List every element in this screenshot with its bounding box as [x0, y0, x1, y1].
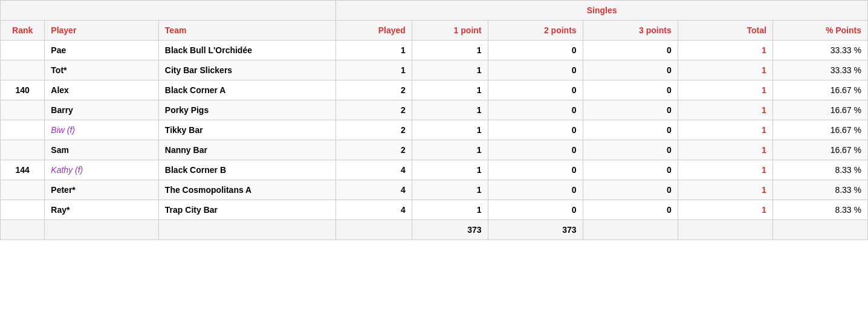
played-header: Played	[336, 21, 412, 41]
one-point-cell: 1	[412, 180, 488, 200]
played-cell: 2	[336, 120, 412, 140]
footer-player	[45, 220, 159, 240]
played-cell: 1	[336, 60, 412, 80]
footer-team	[158, 220, 335, 240]
two-points-cell: 0	[488, 140, 583, 160]
player-cell: Peter*	[45, 180, 159, 200]
three-points-cell: 0	[583, 60, 678, 80]
played-cell: 2	[336, 80, 412, 100]
one-point-cell: 1	[412, 41, 488, 60]
player-cell: Pae	[45, 41, 159, 60]
pct-points-cell: 33.33 %	[772, 41, 867, 60]
three-points-cell: 0	[583, 120, 678, 140]
team-cell: Black Bull L'Orchidée	[158, 41, 335, 60]
three-points-cell: 0	[583, 200, 678, 220]
three-points-cell: 0	[583, 100, 678, 120]
pct-points-cell: 16.67 %	[772, 100, 867, 120]
table-row: Tot*City Bar Slickers1100133.33 %	[1, 60, 868, 80]
table-row: BarryPorky Pigs2100116.67 %	[1, 100, 868, 120]
played-cell: 4	[336, 160, 412, 180]
team-cell: Porky Pigs	[158, 100, 335, 120]
three-points-header: 3 points	[583, 21, 678, 41]
footer-rank	[1, 220, 45, 240]
total-cell: 1	[678, 200, 772, 220]
team-cell: Black Corner A	[158, 80, 335, 100]
one-point-cell: 1	[412, 60, 488, 80]
one-point-cell: 1	[412, 80, 488, 100]
rank-cell	[1, 60, 45, 80]
one-point-cell: 1	[412, 200, 488, 220]
table-row: 144Kathy (f)Black Corner B410018.33 %	[1, 160, 868, 180]
footer-three-points	[583, 220, 678, 240]
singles-header-row: Singles	[1, 1, 868, 21]
pct-points-cell: 16.67 %	[772, 120, 867, 140]
three-points-cell: 0	[583, 80, 678, 100]
player-cell: Ray*	[45, 200, 159, 220]
three-points-cell: 0	[583, 140, 678, 160]
total-cell: 1	[678, 100, 772, 120]
one-point-cell: 1	[412, 100, 488, 120]
two-points-cell: 0	[488, 100, 583, 120]
player-cell: Biw (f)	[45, 120, 159, 140]
two-points-header: 2 points	[488, 21, 583, 41]
table-row: SamNanny Bar2100116.67 %	[1, 140, 868, 160]
rank-header: Rank	[1, 21, 45, 41]
pct-points-cell: 8.33 %	[772, 160, 867, 180]
column-headers-row: Rank Player Team Played 1 point 2 points…	[1, 21, 868, 41]
player-cell: Alex	[45, 80, 159, 100]
pct-points-header: % Points	[772, 21, 867, 41]
rank-cell	[1, 41, 45, 60]
table-row: 140AlexBlack Corner A2100116.67 %	[1, 80, 868, 100]
footer-pct	[772, 220, 867, 240]
footer-played	[336, 220, 412, 240]
two-points-cell: 0	[488, 41, 583, 60]
table-row: PaeBlack Bull L'Orchidée1100133.33 %	[1, 41, 868, 60]
two-points-cell: 0	[488, 60, 583, 80]
three-points-cell: 0	[583, 160, 678, 180]
team-cell: Trap City Bar	[158, 200, 335, 220]
table-row: Ray*Trap City Bar410018.33 %	[1, 200, 868, 220]
pct-points-cell: 16.67 %	[772, 80, 867, 100]
table-row: Biw (f)Tikky Bar2100116.67 %	[1, 120, 868, 140]
footer-total	[678, 220, 772, 240]
footer-two-points: 373	[488, 220, 583, 240]
total-cell: 1	[678, 41, 772, 60]
team-cell: Black Corner B	[158, 160, 335, 180]
one-point-header: 1 point	[412, 21, 488, 41]
one-point-cell: 1	[412, 140, 488, 160]
played-cell: 4	[336, 180, 412, 200]
played-cell: 2	[336, 140, 412, 160]
rank-cell: 144	[1, 160, 45, 180]
two-points-cell: 0	[488, 200, 583, 220]
pct-points-cell: 8.33 %	[772, 200, 867, 220]
player-cell: Kathy (f)	[45, 160, 159, 180]
total-header: Total	[678, 21, 772, 41]
one-point-cell: 1	[412, 160, 488, 180]
three-points-cell: 0	[583, 41, 678, 60]
player-cell: Sam	[45, 140, 159, 160]
total-cell: 1	[678, 80, 772, 100]
player-header: Player	[45, 21, 159, 41]
footer-one-point: 373	[412, 220, 488, 240]
footer-row: 373373	[1, 220, 868, 240]
total-cell: 1	[678, 60, 772, 80]
total-cell: 1	[678, 120, 772, 140]
team-cell: The Cosmopolitans A	[158, 180, 335, 200]
player-cell: Tot*	[45, 60, 159, 80]
played-cell: 4	[336, 200, 412, 220]
rank-cell: 140	[1, 80, 45, 100]
played-cell: 2	[336, 100, 412, 120]
pct-points-cell: 8.33 %	[772, 180, 867, 200]
rank-cell	[1, 120, 45, 140]
two-points-cell: 0	[488, 80, 583, 100]
table-row: Peter*The Cosmopolitans A410018.33 %	[1, 180, 868, 200]
total-cell: 1	[678, 180, 772, 200]
player-cell: Barry	[45, 100, 159, 120]
pct-points-cell: 16.67 %	[772, 140, 867, 160]
team-cell: Nanny Bar	[158, 140, 335, 160]
team-header: Team	[158, 21, 335, 41]
rank-cell	[1, 180, 45, 200]
team-cell: City Bar Slickers	[158, 60, 335, 80]
rank-cell	[1, 200, 45, 220]
team-cell: Tikky Bar	[158, 120, 335, 140]
